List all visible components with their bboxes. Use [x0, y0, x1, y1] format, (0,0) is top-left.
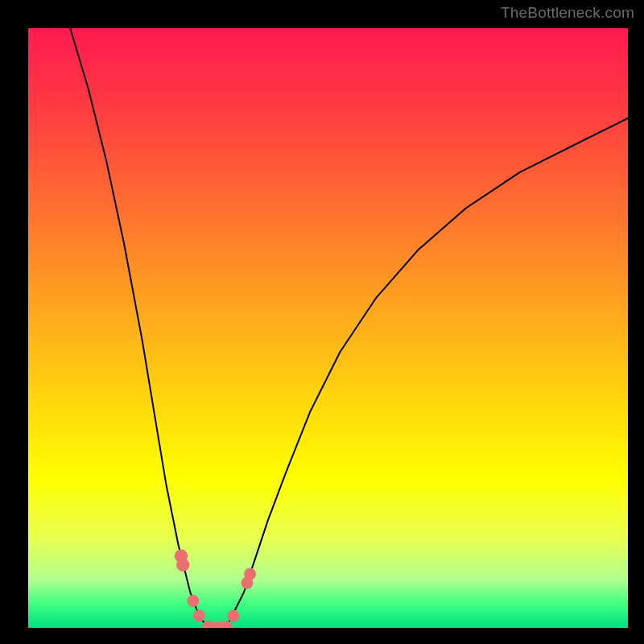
watermark-text: TheBottleneck.com — [501, 4, 634, 22]
data-marker — [187, 595, 199, 607]
data-marker — [244, 568, 256, 580]
curve-layer — [28, 28, 628, 628]
data-marker — [220, 621, 232, 628]
data-marker — [176, 559, 189, 572]
data-marker — [193, 610, 205, 622]
plot-area — [28, 28, 628, 628]
data-marker — [227, 610, 239, 622]
bottleneck-curve — [70, 28, 628, 628]
chart-frame: TheBottleneck.com — [0, 0, 644, 644]
